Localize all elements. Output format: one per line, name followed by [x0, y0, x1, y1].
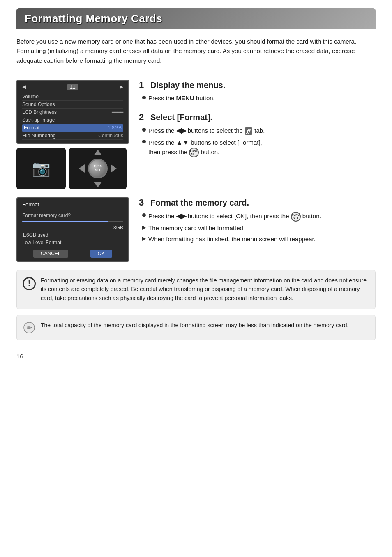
step-2-bullet-1: Press the ◀▶ buttons to select the 𝒇𝒇 ta…	[142, 126, 376, 136]
right-col-steps-1-2: 1 Display the menus. Press the MENU butt…	[136, 80, 376, 193]
menu-item-lcd: LCD Brightness━━━━	[22, 109, 123, 116]
func-set-button[interactable]: FUNCSET	[88, 159, 108, 178]
step-3-text-2: The memory card will be formatted.	[148, 224, 245, 233]
menu-item-format: Format1.8GB	[22, 124, 123, 132]
step-2-header: 2 Select [Format].	[139, 112, 376, 122]
format-ok-btn[interactable]: OK	[90, 250, 112, 258]
step-1-number: 1	[139, 80, 147, 90]
arrow-down-icon	[94, 182, 102, 187]
note-box: ✏ The total capacity of the memory card …	[16, 315, 376, 340]
step-3-row: Format Format memory card? 1.8GB 1.6GB u…	[16, 197, 376, 266]
format-line-used: 1.6GB used	[22, 231, 123, 239]
right-col-step-3: 3 Format the memory card. Press the ◀▶ b…	[136, 197, 376, 266]
menu-tab-left: ◀	[22, 84, 26, 90]
steps-1-2-row: ◀ 11 ▶ Volume Sound Options LCD Brightne…	[16, 80, 376, 193]
ff-tab-icon: 𝒇𝒇	[245, 127, 252, 135]
svg-text:✏: ✏	[27, 324, 32, 331]
func-inline-icon-2: FUNCSET	[291, 212, 301, 222]
step-1-section: 1 Display the menus. Press the MENU butt…	[139, 80, 376, 103]
directional-button-panel: FUNCSET	[69, 148, 127, 189]
page-number: 16	[16, 353, 376, 360]
bullet-circle-icon-3	[142, 140, 146, 143]
step-3-bullets: Press the ◀▶ buttons to select [OK], the…	[139, 211, 376, 244]
bullet-circle-icon-2	[142, 128, 146, 132]
step-3-header: 3 Format the memory card.	[139, 197, 376, 208]
step-2-number: 2	[139, 112, 147, 122]
format-bar-fill	[22, 221, 108, 222]
title-bar: Formatting Memory Cards	[16, 8, 376, 29]
step-1-title: Display the menus.	[150, 81, 225, 90]
menu-tab-active: 11	[67, 84, 78, 90]
camera-buttons-row: 📷 FUNCSET	[16, 148, 129, 189]
triangle-icon-1	[142, 226, 146, 230]
menu-item-filenumbering: File NumberingContinuous	[22, 132, 123, 140]
format-screen-title: Format	[22, 201, 123, 209]
camera-menu-screen: ◀ 11 ▶ Volume Sound Options LCD Brightne…	[16, 80, 129, 144]
step-1-header: 1 Display the menus.	[139, 80, 376, 90]
step-3-bullet-3: When formatting has finished, the menu s…	[142, 235, 376, 244]
format-screen: Format Format memory card? 1.8GB 1.6GB u…	[16, 197, 129, 262]
arrow-up-icon	[94, 150, 102, 155]
step-1-bullets: Press the MENU button.	[139, 94, 376, 103]
step-1-bullet-1: Press the MENU button.	[142, 94, 376, 103]
format-bar-bg	[22, 221, 123, 222]
format-cancel-btn[interactable]: CANCEL	[33, 250, 68, 258]
menu-item-startup: Start-up Image	[22, 116, 123, 124]
note-text: The total capacity of the memory card di…	[41, 321, 348, 330]
bullet-circle-icon	[142, 96, 146, 99]
warning-icon: !	[23, 277, 36, 290]
format-line-lowlevel: Low Level Format	[22, 239, 123, 246]
step-3-bullet-2: The memory card will be formatted.	[142, 224, 376, 233]
left-col-step-3: Format Format memory card? 1.8GB 1.6GB u…	[16, 197, 136, 266]
bullet-circle-icon-4	[142, 213, 146, 217]
menu-header: ◀ 11 ▶	[22, 84, 123, 90]
pencil-icon: ✏	[23, 322, 35, 333]
format-buttons: CANCEL OK	[22, 250, 123, 258]
step-3-title: Format the memory card.	[150, 198, 249, 208]
note-icon: ✏	[23, 321, 36, 334]
step-3-bullet-1: Press the ◀▶ buttons to select [OK], the…	[142, 211, 376, 222]
step-2-section: 2 Select [Format]. Press the ◀▶ buttons …	[139, 112, 376, 157]
step-3-number: 3	[139, 197, 147, 208]
func-inline-icon: FUNCSET	[189, 148, 199, 157]
menu-item-sound: Sound Options	[22, 101, 123, 109]
step-2-title: Select [Format].	[150, 113, 212, 122]
section-divider	[16, 73, 376, 73]
menu-item-volume: Volume	[22, 93, 123, 101]
format-line-size: 1.8GB	[22, 224, 123, 231]
warning-text: Formatting or erasing data on a memory c…	[41, 276, 369, 303]
warning-box: ! Formatting or erasing data on a memory…	[16, 270, 376, 309]
arrow-left-icon	[79, 164, 85, 173]
format-line-question: Format memory card?	[22, 212, 123, 219]
step-3-section: 3 Format the memory card. Press the ◀▶ b…	[139, 197, 376, 244]
left-col-steps-1-2: ◀ 11 ▶ Volume Sound Options LCD Brightne…	[16, 80, 136, 193]
page-title: Formatting Memory Cards	[25, 12, 367, 25]
intro-paragraph: Before you use a new memory card or one …	[16, 37, 376, 65]
triangle-icon-2	[142, 237, 146, 241]
arrow-right-icon	[111, 164, 117, 173]
step-2-bullet-2: Press the ▲▼ buttons to select [Format],…	[142, 138, 376, 157]
step-2-bullets: Press the ◀▶ buttons to select the 𝒇𝒇 ta…	[139, 126, 376, 157]
hand-camera-icon: 📷	[16, 148, 66, 189]
menu-tab-right: ▶	[120, 84, 123, 90]
step-3-text-3: When formatting has finished, the menu s…	[148, 235, 316, 244]
